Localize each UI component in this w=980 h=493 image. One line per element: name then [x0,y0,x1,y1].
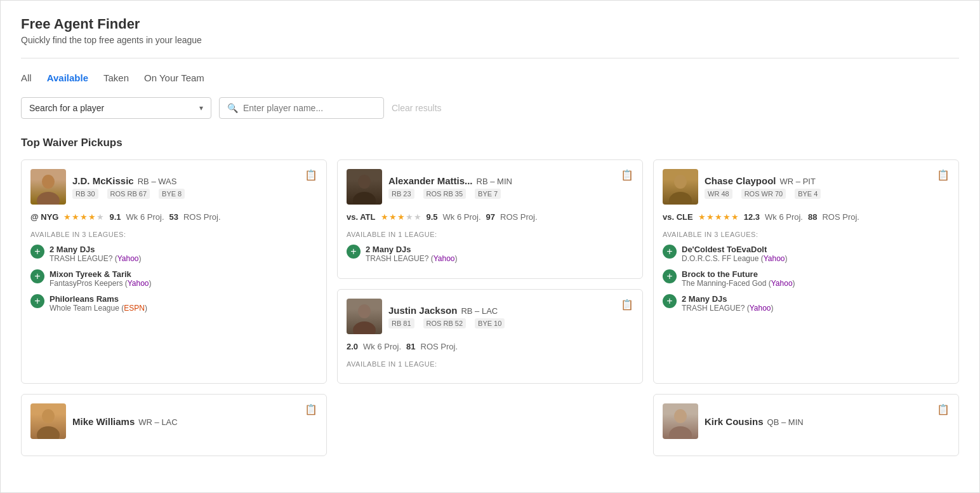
svg-point-0 [42,175,55,189]
tab-all[interactable]: All [21,71,32,84]
league-name: 2 Many DJs [50,245,142,254]
ros-label: ROS Proj. [183,212,221,222]
stat-bye: BYE 4 [795,189,821,199]
list-item: + 2 Many DJs TRASH LEAGUE? (Yahoo) [347,245,633,263]
player-name-input[interactable] [243,103,376,113]
tab-taken[interactable]: Taken [103,71,129,84]
league-sub: TRASH LEAGUE? (Yahoo) [50,254,142,263]
svg-point-10 [674,409,687,423]
header-divider [21,58,959,58]
add-to-league-button[interactable]: + [347,245,361,259]
svg-point-9 [37,426,60,439]
stat-rank: RB 23 [388,189,414,199]
star-1: ★ [63,212,71,222]
report-icon[interactable]: 📋 [305,403,317,415]
wk-proj: 2.0 [347,342,358,351]
league-link[interactable]: ESPN [124,304,145,313]
svg-point-6 [674,175,687,189]
clear-results-button[interactable]: Clear results [392,103,442,113]
star-rating: ★ ★ ★ ★ ★ [698,212,739,222]
stat-ros: ROS RB 67 [107,189,150,199]
ros-label: ROS Proj. [421,342,458,351]
svg-point-3 [353,192,376,205]
player-name: Kirk Cousins [705,416,764,427]
league-name: Mixon Tyreek & Tarik [50,269,152,279]
league-link[interactable]: Yahoo [434,254,455,263]
league-link[interactable]: Yahoo [750,304,771,313]
wk-proj: 9.1 [109,212,121,222]
bottom-player-row: Mike Williams WR – LAC 📋 [21,394,959,456]
wk-label: Wk 6 Proj. [765,212,803,222]
list-item: + Philorleans Rams Whole Team League (ES… [30,294,317,313]
league-sub: TRASH LEAGUE? (Yahoo) [366,254,458,263]
player-type-dropdown[interactable]: Search for a player ▾ [21,97,211,119]
avatar-kirk-cousins [663,403,698,439]
list-item: + De'Coldest ToEvaDolt D.O.R.C.S. FF Lea… [663,245,950,263]
add-to-league-button[interactable]: + [30,294,44,308]
add-to-league-button[interactable]: + [663,294,677,308]
star-4: ★ [88,212,96,222]
chevron-down-icon: ▾ [199,104,203,112]
add-to-league-button[interactable]: + [30,269,44,283]
name-search-container: 🔍 [219,97,384,119]
player-name: Chase Claypool [705,175,776,186]
tab-available[interactable]: Available [47,71,88,84]
avatar-mike-williams [30,403,66,439]
tab-on-your-team[interactable]: On Your Team [144,71,204,84]
star-2: ★ [72,212,79,222]
empty-bottom-middle [337,394,643,456]
league-link[interactable]: Yahoo [128,279,149,288]
league-name: 2 Many DJs [366,245,458,254]
svg-point-8 [42,409,55,423]
search-icon: 🔍 [227,103,238,113]
add-to-league-button[interactable]: + [663,245,677,259]
player-pos-team: RB – WAS [138,177,177,186]
ros-proj: 53 [169,212,178,222]
league-link[interactable]: Yahoo [771,279,793,288]
player-pos-team: RB – MIN [477,177,512,186]
opponent: vs. CLE [663,212,693,222]
star-rating: ★ ★ ★ ★ ★ [63,212,104,222]
star-5: ★ [96,212,104,222]
opponent: vs. ATL [347,212,376,222]
avatar-alexander-mattis [347,169,382,205]
player-name: Alexander Mattis... [388,175,473,186]
report-icon[interactable]: 📋 [621,299,633,311]
player-pos-team: QB – MIN [767,417,804,427]
stat-rank: RB 81 [388,318,414,328]
report-icon[interactable]: 📋 [937,169,950,181]
add-to-league-button[interactable]: + [663,269,677,283]
section-title: Top Waiver Pickups [21,137,959,149]
league-sub: D.O.R.C.S. FF League (Yahoo) [682,254,788,263]
league-name: Brock to the Future [682,269,795,279]
league-link[interactable]: Yahoo [117,254,139,263]
stat-bye: BYE 10 [475,318,505,328]
report-icon[interactable]: 📋 [937,403,950,415]
wk-label: Wk 6 Proj. [363,342,401,351]
avail-label: AVAILABLE IN 3 LEAGUES: [30,231,317,238]
star-3: ★ [80,212,88,222]
star-1: ★ [381,212,388,222]
add-to-league-button[interactable]: + [30,245,44,259]
avail-label: AVAILABLE IN 1 LEAGUE: [347,231,633,238]
report-icon[interactable]: 📋 [621,169,633,181]
star-4: ★ [406,212,413,222]
page-subtitle: Quickly find the top free agents in your… [21,35,959,45]
league-link[interactable]: Yahoo [764,254,785,263]
star-3: ★ [715,212,722,222]
report-icon[interactable]: 📋 [305,169,317,181]
league-sub: FantasyPros Keepers (Yahoo) [50,279,152,288]
ros-proj: 81 [406,342,415,351]
svg-point-5 [353,321,376,334]
list-item: + 2 Many DJs TRASH LEAGUE? (Yahoo) [663,294,950,313]
wk-proj: 9.5 [427,212,438,222]
player-pos-team: WR – LAC [138,417,177,427]
svg-point-2 [358,175,371,189]
page-header: Free Agent Finder Quickly find the top f… [21,16,959,45]
player-pos-team: RB – LAC [461,306,498,316]
page-title: Free Agent Finder [21,16,959,32]
player-cards-grid: J.D. McKissic RB – WAS RB 30 ROS RB 67 B… [21,159,959,384]
wk-label: Wk 6 Proj. [126,212,164,222]
svg-point-1 [37,192,60,205]
stat-ros: ROS RB 52 [423,318,466,328]
